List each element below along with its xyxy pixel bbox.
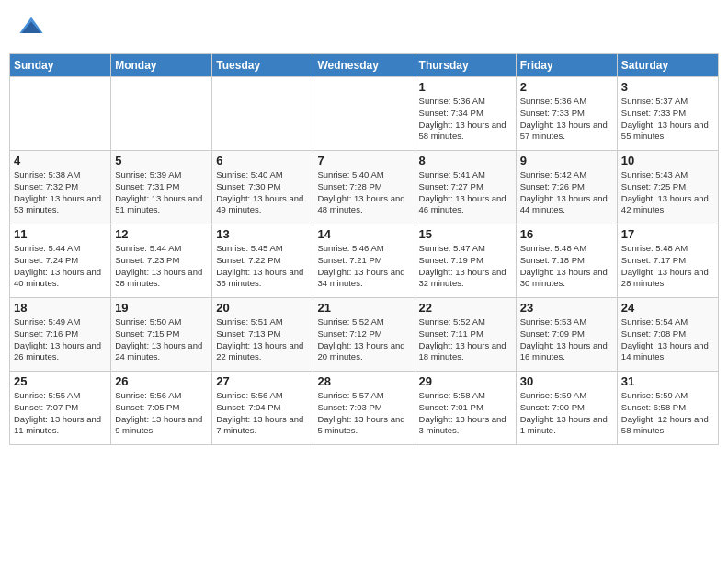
day-number: 13 [216, 227, 309, 241]
cell-daylight-info: Sunrise: 5:51 AM Sunset: 7:13 PM Dayligh… [216, 316, 309, 363]
cell-daylight-info: Sunrise: 5:53 AM Sunset: 7:09 PM Dayligh… [520, 316, 613, 363]
cell-daylight-info: Sunrise: 5:56 AM Sunset: 7:04 PM Dayligh… [216, 390, 309, 437]
day-number: 9 [520, 154, 613, 167]
day-number: 30 [520, 374, 613, 388]
cell-daylight-info: Sunrise: 5:48 AM Sunset: 7:17 PM Dayligh… [621, 243, 714, 290]
day-number: 10 [621, 154, 714, 167]
calendar-cell [111, 77, 212, 151]
day-header-saturday: Saturday [617, 54, 718, 77]
calendar-cell: 13Sunrise: 5:45 AM Sunset: 7:22 PM Dayli… [212, 224, 313, 298]
logo-icon [18, 14, 44, 40]
cell-daylight-info: Sunrise: 5:38 AM Sunset: 7:32 PM Dayligh… [14, 169, 107, 216]
calendar-cell: 18Sunrise: 5:49 AM Sunset: 7:16 PM Dayli… [10, 298, 111, 372]
cell-daylight-info: Sunrise: 5:36 AM Sunset: 7:33 PM Dayligh… [520, 96, 613, 143]
cell-daylight-info: Sunrise: 5:39 AM Sunset: 7:31 PM Dayligh… [115, 169, 208, 216]
day-header-tuesday: Tuesday [212, 54, 313, 77]
day-number: 27 [216, 374, 309, 388]
calendar-week-row: 18Sunrise: 5:49 AM Sunset: 7:16 PM Dayli… [10, 298, 719, 372]
calendar-cell: 26Sunrise: 5:56 AM Sunset: 7:05 PM Dayli… [111, 372, 212, 445]
day-number: 5 [115, 154, 208, 167]
calendar-cell: 23Sunrise: 5:53 AM Sunset: 7:09 PM Dayli… [516, 298, 617, 372]
day-header-sunday: Sunday [10, 54, 111, 77]
calendar-cell [10, 77, 111, 151]
calendar-cell: 22Sunrise: 5:52 AM Sunset: 7:11 PM Dayli… [415, 298, 516, 372]
calendar-cell [212, 77, 313, 151]
day-number: 7 [317, 154, 410, 167]
day-number: 14 [317, 227, 410, 241]
day-number: 25 [14, 374, 107, 388]
calendar-week-row: 11Sunrise: 5:44 AM Sunset: 7:24 PM Dayli… [10, 224, 719, 298]
calendar-cell: 15Sunrise: 5:47 AM Sunset: 7:19 PM Dayli… [415, 224, 516, 298]
day-number: 1 [419, 80, 512, 94]
calendar-cell: 29Sunrise: 5:58 AM Sunset: 7:01 PM Dayli… [415, 372, 516, 445]
cell-daylight-info: Sunrise: 5:40 AM Sunset: 7:30 PM Dayligh… [216, 169, 309, 216]
calendar-cell: 16Sunrise: 5:48 AM Sunset: 7:18 PM Dayli… [516, 224, 617, 298]
calendar-week-row: 1Sunrise: 5:36 AM Sunset: 7:34 PM Daylig… [10, 77, 719, 151]
cell-daylight-info: Sunrise: 5:44 AM Sunset: 7:24 PM Dayligh… [14, 243, 107, 290]
day-number: 23 [520, 301, 613, 315]
day-number: 21 [317, 301, 410, 315]
logo [18, 14, 46, 40]
day-number: 17 [621, 227, 714, 241]
day-number: 4 [14, 154, 107, 167]
calendar-cell: 8Sunrise: 5:41 AM Sunset: 7:27 PM Daylig… [415, 151, 516, 224]
cell-daylight-info: Sunrise: 5:37 AM Sunset: 7:33 PM Dayligh… [621, 96, 714, 143]
calendar-table: SundayMondayTuesdayWednesdayThursdayFrid… [9, 53, 719, 445]
calendar-cell: 21Sunrise: 5:52 AM Sunset: 7:12 PM Dayli… [313, 298, 415, 372]
cell-daylight-info: Sunrise: 5:56 AM Sunset: 7:05 PM Dayligh… [115, 390, 208, 437]
day-number: 20 [216, 301, 309, 315]
day-number: 3 [621, 80, 714, 94]
cell-daylight-info: Sunrise: 5:41 AM Sunset: 7:27 PM Dayligh… [419, 169, 512, 216]
calendar-week-row: 25Sunrise: 5:55 AM Sunset: 7:07 PM Dayli… [10, 372, 719, 445]
day-number: 31 [621, 374, 714, 388]
calendar-cell [313, 77, 415, 151]
calendar-cell: 14Sunrise: 5:46 AM Sunset: 7:21 PM Dayli… [313, 224, 415, 298]
day-number: 6 [216, 154, 309, 167]
calendar-cell: 3Sunrise: 5:37 AM Sunset: 7:33 PM Daylig… [617, 77, 718, 151]
day-number: 22 [419, 301, 512, 315]
cell-daylight-info: Sunrise: 5:59 AM Sunset: 7:00 PM Dayligh… [520, 390, 613, 437]
cell-daylight-info: Sunrise: 5:52 AM Sunset: 7:11 PM Dayligh… [419, 316, 512, 363]
day-number: 16 [520, 227, 613, 241]
day-header-monday: Monday [111, 54, 212, 77]
day-header-wednesday: Wednesday [313, 54, 415, 77]
cell-daylight-info: Sunrise: 5:54 AM Sunset: 7:08 PM Dayligh… [621, 316, 714, 363]
day-number: 28 [317, 374, 410, 388]
calendar-cell: 2Sunrise: 5:36 AM Sunset: 7:33 PM Daylig… [516, 77, 617, 151]
day-number: 8 [419, 154, 512, 167]
day-number: 12 [115, 227, 208, 241]
page-header [9, 9, 719, 44]
calendar-cell: 31Sunrise: 5:59 AM Sunset: 6:58 PM Dayli… [617, 372, 718, 445]
calendar-cell: 25Sunrise: 5:55 AM Sunset: 7:07 PM Dayli… [10, 372, 111, 445]
cell-daylight-info: Sunrise: 5:57 AM Sunset: 7:03 PM Dayligh… [317, 390, 410, 437]
cell-daylight-info: Sunrise: 5:49 AM Sunset: 7:16 PM Dayligh… [14, 316, 107, 363]
day-header-friday: Friday [516, 54, 617, 77]
calendar-cell: 28Sunrise: 5:57 AM Sunset: 7:03 PM Dayli… [313, 372, 415, 445]
cell-daylight-info: Sunrise: 5:50 AM Sunset: 7:15 PM Dayligh… [115, 316, 208, 363]
cell-daylight-info: Sunrise: 5:36 AM Sunset: 7:34 PM Dayligh… [419, 96, 512, 143]
calendar-cell: 4Sunrise: 5:38 AM Sunset: 7:32 PM Daylig… [10, 151, 111, 224]
cell-daylight-info: Sunrise: 5:43 AM Sunset: 7:25 PM Dayligh… [621, 169, 714, 216]
day-number: 2 [520, 80, 613, 94]
calendar-cell: 11Sunrise: 5:44 AM Sunset: 7:24 PM Dayli… [10, 224, 111, 298]
calendar-header-row: SundayMondayTuesdayWednesdayThursdayFrid… [10, 54, 719, 77]
cell-daylight-info: Sunrise: 5:55 AM Sunset: 7:07 PM Dayligh… [14, 390, 107, 437]
cell-daylight-info: Sunrise: 5:46 AM Sunset: 7:21 PM Dayligh… [317, 243, 410, 290]
calendar-cell: 5Sunrise: 5:39 AM Sunset: 7:31 PM Daylig… [111, 151, 212, 224]
day-number: 29 [419, 374, 512, 388]
calendar-cell: 1Sunrise: 5:36 AM Sunset: 7:34 PM Daylig… [415, 77, 516, 151]
day-number: 19 [115, 301, 208, 315]
calendar-cell: 7Sunrise: 5:40 AM Sunset: 7:28 PM Daylig… [313, 151, 415, 224]
calendar-cell: 12Sunrise: 5:44 AM Sunset: 7:23 PM Dayli… [111, 224, 212, 298]
day-number: 26 [115, 374, 208, 388]
day-number: 18 [14, 301, 107, 315]
cell-daylight-info: Sunrise: 5:47 AM Sunset: 7:19 PM Dayligh… [419, 243, 512, 290]
day-number: 11 [14, 227, 107, 241]
day-header-thursday: Thursday [415, 54, 516, 77]
calendar-cell: 24Sunrise: 5:54 AM Sunset: 7:08 PM Dayli… [617, 298, 718, 372]
cell-daylight-info: Sunrise: 5:45 AM Sunset: 7:22 PM Dayligh… [216, 243, 309, 290]
calendar-cell: 17Sunrise: 5:48 AM Sunset: 7:17 PM Dayli… [617, 224, 718, 298]
cell-daylight-info: Sunrise: 5:48 AM Sunset: 7:18 PM Dayligh… [520, 243, 613, 290]
cell-daylight-info: Sunrise: 5:44 AM Sunset: 7:23 PM Dayligh… [115, 243, 208, 290]
cell-daylight-info: Sunrise: 5:59 AM Sunset: 6:58 PM Dayligh… [621, 390, 714, 437]
